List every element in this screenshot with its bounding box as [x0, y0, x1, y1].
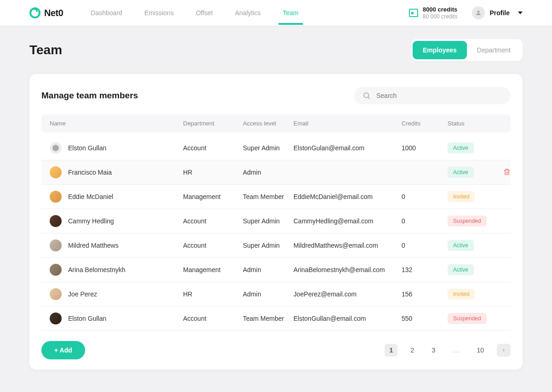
cell-email: ElstonGullan@email.com: [293, 315, 402, 322]
nav-analytics[interactable]: Analytics: [235, 1, 261, 25]
pagination-page[interactable]: 10: [472, 344, 489, 357]
status-badge: Suspended: [448, 313, 487, 324]
col-status: Status: [448, 120, 503, 127]
search-icon: [362, 91, 371, 100]
pagination-page[interactable]: 2: [406, 344, 419, 357]
cell-email: JoePerez@email.com: [293, 290, 402, 298]
cell-status: Suspended: [448, 313, 503, 324]
cell-department: HR: [183, 290, 243, 298]
page-content: Team Employees Department Manage team me…: [0, 26, 552, 382]
avatar: [50, 166, 62, 178]
status-badge: Active: [448, 142, 474, 153]
member-name: Eddie McDaniel: [68, 193, 113, 200]
cell-status: Active: [448, 167, 503, 178]
chevron-down-icon: [518, 11, 523, 14]
col-department: Department: [183, 120, 243, 127]
table-row[interactable]: Mildred MatthewsAccountSuper AdminMildre…: [41, 233, 511, 258]
status-badge: Invited: [448, 289, 475, 300]
team-card: Manage team members Name Department Acce…: [29, 74, 523, 369]
nav-links: Dashboard Emissions Offset Analytics Tea…: [91, 1, 409, 25]
name-cell: Arina Belomestnykh: [50, 264, 183, 276]
cell-access: Admin: [243, 266, 293, 273]
status-badge: Suspended: [448, 216, 487, 227]
cell-email: EddieMcDaniel@email.com: [293, 193, 402, 200]
page-title: Team: [29, 43, 62, 57]
table-row[interactable]: Elston GullanAccountTeam MemberElstonGul…: [41, 307, 511, 331]
cell-email: MildredMatthews@email.com: [293, 242, 402, 249]
cell-status: Active: [448, 240, 503, 251]
cell-access: Admin: [243, 169, 293, 176]
credits-display[interactable]: 8000 credits 80 000 credits: [409, 6, 457, 20]
cell-status: Active: [448, 142, 503, 153]
top-nav: Net0 Dashboard Emissions Offset Analytic…: [0, 0, 552, 26]
cell-department: HR: [183, 169, 243, 176]
cell-access: Team Member: [243, 315, 293, 322]
member-name: Arina Belomestnykh: [68, 266, 126, 273]
cell-status: Invited: [448, 289, 503, 300]
view-toggle: Employees Department: [411, 39, 523, 61]
table-row[interactable]: Elston GullanAccountSuper AdminElstonGul…: [41, 136, 511, 160]
delete-icon[interactable]: [503, 170, 511, 178]
cell-credits: 0: [402, 193, 448, 200]
credits-secondary: 80 000 credits: [423, 13, 457, 20]
table-row[interactable]: Francisco MaiaHRAdminActive: [41, 160, 511, 185]
member-name: Francisco Maia: [68, 169, 112, 176]
cell-department: Account: [183, 217, 243, 225]
card-header: Manage team members: [29, 74, 523, 114]
brand[interactable]: Net0: [29, 7, 63, 18]
nav-dashboard[interactable]: Dashboard: [91, 1, 122, 25]
credits-text: 8000 credits 80 000 credits: [423, 6, 457, 20]
add-button[interactable]: + Add: [41, 341, 85, 359]
table-row[interactable]: Cammy HedlingAccountSuper AdminCammyHedl…: [41, 209, 511, 233]
profile-menu[interactable]: Profile: [472, 6, 523, 19]
pagination-ellipsis: …: [448, 344, 464, 357]
profile-label: Profile: [489, 9, 510, 17]
cell-access: Super Admin: [243, 217, 293, 225]
member-name: Cammy Hedling: [68, 217, 114, 225]
cell-status: Invited: [448, 191, 503, 202]
cell-status: Suspended: [448, 216, 503, 227]
card-footer: + Add 123…10: [29, 331, 523, 359]
name-cell: Joe Perez: [50, 288, 183, 300]
tab-employees[interactable]: Employees: [413, 41, 467, 59]
table-row[interactable]: Arina BelomestnykhManagementAdminArinaBe…: [41, 258, 511, 282]
member-name: Elston Gullan: [68, 315, 106, 322]
pagination-page[interactable]: 1: [385, 344, 397, 357]
search-box[interactable]: [354, 87, 511, 104]
name-cell: Eddie McDaniel: [50, 191, 183, 203]
page-header: Team Employees Department: [29, 39, 523, 61]
pagination-page[interactable]: 3: [427, 344, 440, 357]
cell-credits: 1000: [402, 144, 448, 152]
avatar-icon: [472, 6, 485, 19]
cell-department: Account: [183, 242, 243, 249]
status-badge: Active: [448, 264, 474, 275]
avatar: [50, 215, 62, 227]
cell-access: Team Member: [243, 193, 293, 200]
cell-access: Super Admin: [243, 242, 293, 249]
avatar: [50, 191, 62, 203]
status-badge: Invited: [448, 191, 475, 202]
credits-primary: 8000 credits: [423, 6, 457, 13]
brand-name: Net0: [44, 8, 63, 18]
avatar: [50, 312, 62, 324]
cell-credits: 156: [402, 290, 448, 298]
card-title: Manage team members: [41, 91, 138, 101]
table-row[interactable]: Eddie McDanielManagementTeam MemberEddie…: [41, 185, 511, 209]
nav-emissions[interactable]: Emissions: [144, 1, 174, 25]
pagination: 123…10: [385, 344, 511, 357]
cell-department: Management: [183, 193, 243, 200]
member-name: Elston Gullan: [68, 144, 106, 152]
pagination-next[interactable]: [497, 344, 511, 357]
cell-access: Super Admin: [243, 144, 293, 152]
name-cell: Francisco Maia: [50, 166, 183, 178]
nav-team[interactable]: Team: [283, 1, 299, 25]
search-input[interactable]: [376, 92, 502, 99]
nav-offset[interactable]: Offset: [196, 1, 213, 25]
avatar: [50, 142, 62, 154]
col-name: Name: [50, 120, 183, 127]
table-body: Elston GullanAccountSuper AdminElstonGul…: [41, 136, 511, 331]
tab-department[interactable]: Department: [467, 41, 521, 59]
status-badge: Active: [448, 240, 474, 251]
member-name: Mildred Matthews: [68, 242, 119, 249]
table-row[interactable]: Joe PerezHRAdminJoePerez@email.com156Inv…: [41, 282, 511, 307]
